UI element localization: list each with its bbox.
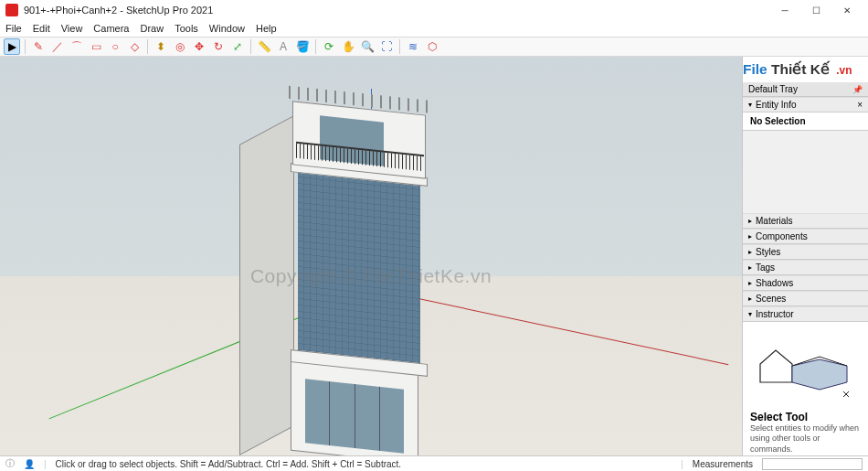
- panel-entity-info[interactable]: ▾Entity Info×: [743, 97, 868, 112]
- zoom-extents-button[interactable]: ⛶: [378, 38, 395, 55]
- menu-draw[interactable]: Draw: [140, 23, 164, 34]
- status-hint: Click or drag to select objects. Shift =…: [56, 459, 402, 469]
- offset-tool-button[interactable]: ◎: [172, 38, 188, 55]
- instructor-desc: Select entities to modify when using oth…: [750, 423, 861, 455]
- instructor-sketch: [750, 329, 861, 407]
- minimize-button[interactable]: ─: [769, 0, 800, 20]
- user-icon[interactable]: 👤: [24, 459, 35, 469]
- svg-text:.vn: .vn: [836, 64, 852, 77]
- panel-label: Entity Info: [756, 100, 796, 110]
- menu-help[interactable]: Help: [256, 23, 277, 34]
- measurements-input[interactable]: [762, 458, 863, 470]
- statusbar: ⓘ 👤 | Click or drag to select objects. S…: [0, 455, 868, 471]
- panel-shadows[interactable]: ▸Shadows: [743, 275, 868, 291]
- polygon-tool-button[interactable]: ◇: [126, 38, 143, 55]
- panel-label: Components: [756, 231, 808, 241]
- measurements-label: Measurements: [693, 459, 753, 469]
- model-building: [265, 93, 457, 455]
- menu-tools[interactable]: Tools: [175, 23, 198, 34]
- line-tool-button[interactable]: ／: [49, 38, 66, 55]
- circle-tool-button[interactable]: ○: [107, 38, 123, 55]
- rotate-tool-button[interactable]: ↻: [210, 38, 227, 55]
- panel-tags[interactable]: ▸Tags: [743, 260, 868, 275]
- instructor-content: Select Tool Select entities to modify wh…: [743, 322, 868, 455]
- extension-button[interactable]: ⬡: [424, 38, 440, 55]
- close-icon[interactable]: ×: [857, 100, 863, 110]
- arc-tool-button[interactable]: ⌒: [69, 38, 85, 55]
- panel-label: Instructor: [756, 309, 794, 319]
- window-title: 901+-+Phoi+Canh+2 - SketchUp Pro 2021: [24, 5, 213, 16]
- instructor-title: Select Tool: [750, 411, 861, 423]
- svg-text:Thiết Kế: Thiết Kế: [771, 60, 831, 77]
- zoom-tool-button[interactable]: 🔍: [359, 38, 376, 55]
- toolbar: ▶ ✎ ／ ⌒ ▭ ○ ◇ ⬍ ◎ ✥ ↻ ⤢ 📏 A 🪣 ⟳ ✋ 🔍 ⛶ ≋ …: [0, 37, 868, 57]
- tray-header-label: Default Tray: [748, 84, 798, 94]
- pushpull-tool-button[interactable]: ⬍: [153, 38, 169, 55]
- no-selection-label: No Selection: [743, 112, 868, 131]
- titlebar: 901+-+Phoi+Canh+2 - SketchUp Pro 2021 ─ …: [0, 0, 868, 20]
- menu-file[interactable]: File: [5, 23, 22, 34]
- panel-materials[interactable]: ▸Materials: [743, 213, 868, 229]
- pan-tool-button[interactable]: ✋: [340, 38, 356, 55]
- panel-label: Scenes: [756, 294, 786, 304]
- move-tool-button[interactable]: ✥: [191, 38, 207, 55]
- tray-header[interactable]: Default Tray 📌: [743, 82, 868, 97]
- panel-label: Tags: [756, 262, 775, 273]
- help-icon[interactable]: ⓘ: [5, 457, 15, 470]
- menu-edit[interactable]: Edit: [33, 23, 50, 34]
- maximize-button[interactable]: ☐: [800, 0, 831, 20]
- menu-window[interactable]: Window: [209, 23, 245, 34]
- panel-styles[interactable]: ▸Styles: [743, 244, 868, 260]
- paint-tool-button[interactable]: 🪣: [294, 38, 311, 55]
- select-tool-button[interactable]: ▶: [4, 38, 20, 55]
- svg-text:File: File: [743, 61, 767, 77]
- panel-label: Materials: [756, 216, 793, 226]
- text-tool-button[interactable]: A: [275, 38, 291, 55]
- menubar: File Edit View Camera Draw Tools Window …: [0, 20, 868, 37]
- tray-pin-icon[interactable]: 📌: [852, 85, 863, 94]
- panel-instructor[interactable]: ▾Instructor: [743, 306, 868, 322]
- rectangle-tool-button[interactable]: ▭: [88, 38, 104, 55]
- viewport[interactable]: Copyright © FileThietKe.vn: [0, 57, 742, 455]
- menu-view[interactable]: View: [61, 23, 83, 34]
- app-icon: [5, 4, 18, 16]
- menu-camera[interactable]: Camera: [93, 23, 129, 34]
- eraser-tool-button[interactable]: ✎: [30, 38, 47, 55]
- panel-label: Shadows: [756, 278, 793, 288]
- panel-components[interactable]: ▸Components: [743, 229, 868, 244]
- orbit-tool-button[interactable]: ⟳: [321, 38, 337, 55]
- brand-logo: FileThiết Kế.vn: [743, 57, 868, 82]
- tray-panel: FileThiết Kế.vn Default Tray 📌 ▾Entity I…: [742, 57, 868, 455]
- panel-label: Styles: [756, 247, 780, 257]
- scale-tool-button[interactable]: ⤢: [229, 38, 246, 55]
- tape-tool-button[interactable]: 📏: [256, 38, 272, 55]
- close-button[interactable]: ✕: [831, 0, 863, 20]
- warehouse-button[interactable]: ≋: [405, 38, 421, 55]
- panel-scenes[interactable]: ▸Scenes: [743, 291, 868, 306]
